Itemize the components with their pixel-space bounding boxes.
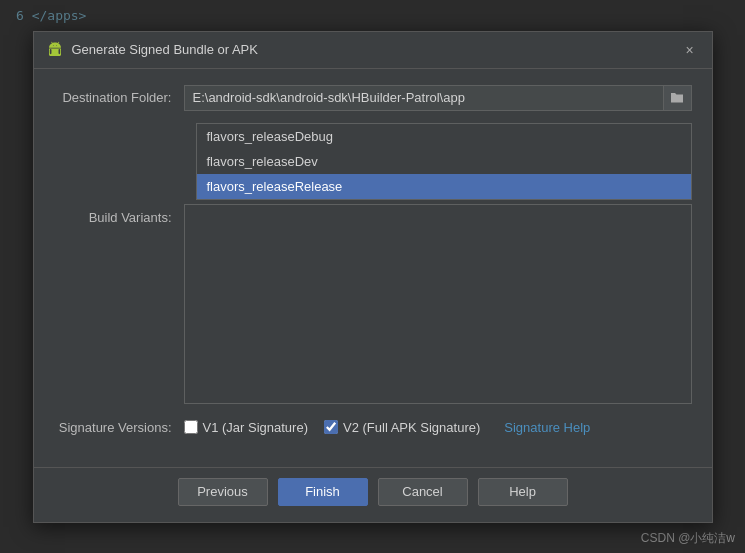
v1-checkbox-label[interactable]: V1 (Jar Signature): [184, 420, 309, 435]
v2-checkbox[interactable]: [324, 420, 338, 434]
folder-input-wrapper: [184, 85, 692, 111]
v1-label: V1 (Jar Signature): [203, 420, 309, 435]
dropdown-item-release[interactable]: flavors_releaseRelease: [197, 174, 691, 199]
build-variants-area[interactable]: [184, 204, 692, 404]
browse-button[interactable]: [664, 85, 692, 111]
build-variants-section: Build Variants:: [54, 204, 692, 404]
signature-help-link[interactable]: Signature Help: [504, 420, 590, 435]
dropdown-item-dev[interactable]: flavors_releaseDev: [197, 149, 691, 174]
signature-label: Signature Versions:: [54, 420, 184, 435]
watermark: CSDN @小纯洁w: [641, 530, 735, 547]
v1-checkbox[interactable]: [184, 420, 198, 434]
v2-checkbox-label[interactable]: V2 (Full APK Signature): [324, 420, 480, 435]
dropdown-list: flavors_releaseDebug flavors_releaseDev …: [196, 123, 692, 200]
v2-label: V2 (Full APK Signature): [343, 420, 480, 435]
close-button[interactable]: ×: [680, 40, 700, 60]
folder-icon: [670, 92, 684, 104]
cancel-button[interactable]: Cancel: [378, 478, 468, 506]
previous-button[interactable]: Previous: [178, 478, 268, 506]
help-button[interactable]: Help: [478, 478, 568, 506]
dialog-body: Destination Folder: flavors_releaseDebug…: [34, 69, 712, 459]
signature-row: Signature Versions: V1 (Jar Signature) V…: [54, 420, 692, 435]
dialog-title-bar: Generate Signed Bundle or APK ×: [34, 32, 712, 69]
signature-options: V1 (Jar Signature) V2 (Full APK Signatur…: [184, 420, 591, 435]
dialog-footer: Previous Finish Cancel Help: [34, 467, 712, 522]
destination-input[interactable]: [184, 85, 664, 111]
android-icon: [46, 41, 64, 59]
dialog-title: Generate Signed Bundle or APK: [72, 42, 672, 57]
destination-row: Destination Folder:: [54, 85, 692, 111]
destination-label: Destination Folder:: [54, 90, 184, 105]
dialog: Generate Signed Bundle or APK × Destinat…: [33, 31, 713, 523]
dropdown-item-debug[interactable]: flavors_releaseDebug: [197, 124, 691, 149]
build-variants-label: Build Variants:: [54, 204, 184, 404]
finish-button[interactable]: Finish: [278, 478, 368, 506]
